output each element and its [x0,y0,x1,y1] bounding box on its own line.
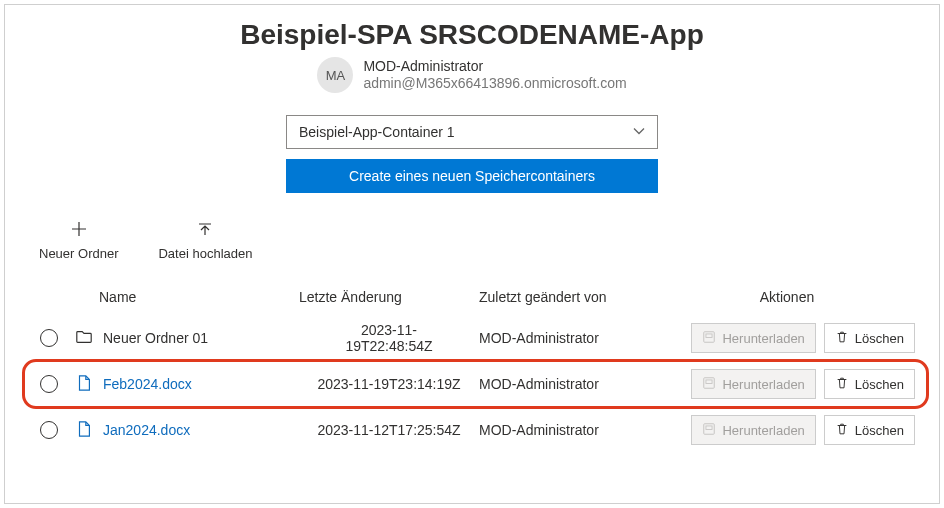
file-icon [75,374,93,395]
table-header: Name Letzte Änderung Zuletzt geändert vo… [29,279,915,315]
name-cell: Neuer Ordner 01 [69,328,299,349]
row-select-radio[interactable] [40,375,58,393]
download-label: Herunterladen [722,377,804,392]
actions-cell: HerunterladenLöschen [659,323,915,353]
svg-rect-5 [706,425,712,429]
svg-rect-1 [706,333,712,337]
container-controls: Beispiel-App-Container 1 Create eines ne… [286,115,658,193]
table-row: Feb2024.docx2023-11-19T23:14:19ZMOD-Admi… [29,361,915,407]
modified-by-cell: MOD-Administrator [479,330,659,346]
plus-icon [71,221,87,240]
trash-icon [835,422,849,439]
chevron-down-icon [633,124,645,140]
row-select-radio[interactable] [40,421,58,439]
table-row: Jan2024.docx2023-11-12T17:25:54ZMOD-Admi… [29,407,915,453]
file-table: Name Letzte Änderung Zuletzt geändert vo… [29,279,915,453]
download-label: Herunterladen [722,331,804,346]
item-name[interactable]: Jan2024.docx [103,422,190,438]
save-icon [702,422,716,439]
download-button: Herunterladen [691,323,815,353]
col-name: Name [69,289,299,305]
delete-label: Löschen [855,331,904,346]
new-folder-label: Neuer Ordner [39,246,118,261]
avatar: MA [317,57,353,93]
container-select[interactable]: Beispiel-App-Container 1 [286,115,658,149]
upload-button[interactable]: Datei hochladen [158,221,252,261]
trash-icon [835,330,849,347]
app-frame: Beispiel-SPA SRSCODENAME-App MA MOD-Admi… [4,4,940,504]
trash-icon [835,376,849,393]
name-cell: Jan2024.docx [69,420,299,441]
col-modified-by: Zuletzt geändert von [479,289,659,305]
download-button: Herunterladen [691,369,815,399]
modified-cell: 2023-11-19T22:48:54Z [299,322,479,354]
create-container-button[interactable]: Create eines neuen Speichercontainers [286,159,658,193]
delete-button[interactable]: Löschen [824,323,915,353]
modified-cell: 2023-11-12T17:25:54Z [299,422,479,438]
command-bar: Neuer Ordner Datei hochladen [39,221,939,261]
delete-label: Löschen [855,423,904,438]
upload-icon [197,221,213,240]
download-button: Herunterladen [691,415,815,445]
col-modified: Letzte Änderung [299,289,479,305]
user-name: MOD-Administrator [363,58,626,76]
user-info: MA MOD-Administrator admin@M365x66413896… [5,57,939,93]
modified-by-cell: MOD-Administrator [479,422,659,438]
col-actions: Aktionen [659,289,915,305]
container-selected-label: Beispiel-App-Container 1 [299,124,455,140]
item-name: Neuer Ordner 01 [103,330,208,346]
file-icon [75,420,93,441]
save-icon [702,376,716,393]
new-folder-button[interactable]: Neuer Ordner [39,221,118,261]
user-text: MOD-Administrator admin@M365x66413896.on… [363,58,626,93]
page-title: Beispiel-SPA SRSCODENAME-App [5,19,939,51]
actions-cell: HerunterladenLöschen [659,369,915,399]
actions-cell: HerunterladenLöschen [659,415,915,445]
name-cell: Feb2024.docx [69,374,299,395]
row-select-radio[interactable] [40,329,58,347]
user-email: admin@M365x66413896.onmicrosoft.com [363,75,626,93]
modified-by-cell: MOD-Administrator [479,376,659,392]
svg-rect-3 [706,379,712,383]
table-row: Neuer Ordner 012023-11-19T22:48:54ZMOD-A… [29,315,915,361]
delete-button[interactable]: Löschen [824,415,915,445]
item-name[interactable]: Feb2024.docx [103,376,192,392]
delete-label: Löschen [855,377,904,392]
upload-label: Datei hochladen [158,246,252,261]
save-icon [702,330,716,347]
download-label: Herunterladen [722,423,804,438]
delete-button[interactable]: Löschen [824,369,915,399]
modified-cell: 2023-11-19T23:14:19Z [299,376,479,392]
folder-icon [75,328,93,349]
